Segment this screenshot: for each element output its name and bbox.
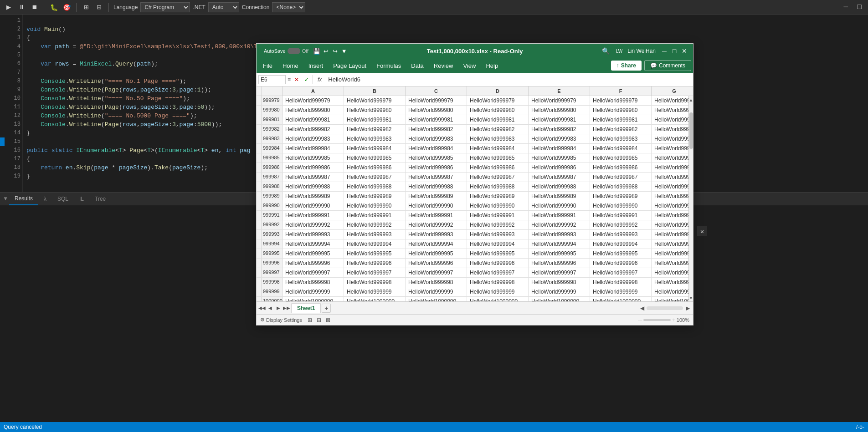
grid-cell[interactable]: HelloWorld1000000 <box>529 297 590 301</box>
grid-cell[interactable]: HelloWorld999993 <box>282 230 344 239</box>
quick-access-icon[interactable]: ▼ <box>339 46 349 56</box>
grid-cell[interactable]: HelloWorld999991 <box>590 211 652 220</box>
grid-cell[interactable]: HelloWorld999987 <box>406 173 467 182</box>
grid-cell[interactable]: HelloWorld999993 <box>406 230 467 239</box>
grid-cell[interactable]: HelloWorld999996 <box>282 259 344 268</box>
grid-cell[interactable]: HelloWorld999979 <box>406 96 467 105</box>
grid-cell[interactable]: HelloWorld999999 <box>282 287 344 296</box>
grid-cell[interactable]: HelloWorld999986 <box>282 163 344 172</box>
grid-cell[interactable]: HelloWorld999998 <box>529 278 590 287</box>
grid-cell[interactable]: HelloWorld999990 <box>406 201 467 210</box>
grid-cell[interactable]: HelloWorld999985 <box>406 153 467 163</box>
grid-cell[interactable]: HelloWorld999 <box>652 134 688 143</box>
confirm-formula-icon[interactable]: ✓ <box>303 76 311 83</box>
grid-cell[interactable]: HelloWorld999993 <box>344 230 406 239</box>
grid-cell[interactable]: HelloWorld999 <box>652 220 688 229</box>
grid-cell[interactable]: HelloWorld999994 <box>344 239 406 249</box>
grid-cell[interactable]: HelloWorld999981 <box>406 115 467 124</box>
tab-tree[interactable]: Tree <box>89 193 111 205</box>
menu-formulas[interactable]: Formulas <box>372 61 406 71</box>
grid-cell[interactable]: HelloWorld999 <box>652 182 688 191</box>
grid-cell[interactable]: HelloWorld999989 <box>282 192 344 201</box>
undo-icon[interactable]: ↩ <box>321 46 330 56</box>
grid-cell[interactable]: HelloWorld999984 <box>467 144 529 153</box>
grid-cell[interactable]: HelloWorld999983 <box>344 134 406 143</box>
grid2-button[interactable]: ⊟ <box>94 2 104 12</box>
grid-cell[interactable]: HelloWorld999982 <box>467 125 529 134</box>
col-header-c[interactable]: C <box>406 86 467 96</box>
sheet-nav-next[interactable]: ▶ <box>275 305 282 312</box>
grid-cell[interactable]: HelloWorld999979 <box>344 96 406 105</box>
zoom-minus-icon[interactable]: ─ <box>638 317 642 323</box>
menu-home[interactable]: Home <box>278 61 303 71</box>
grid-cell[interactable]: HelloWorld999980 <box>467 106 529 115</box>
grid-cell[interactable]: HelloWorld999991 <box>529 211 590 220</box>
grid-cell[interactable]: HelloWorld999981 <box>282 115 344 124</box>
grid-cell[interactable]: HelloWorld999982 <box>529 125 590 134</box>
minimize-button[interactable]: ─ <box>840 2 852 12</box>
grid-cell[interactable]: HelloWorld999 <box>652 106 688 115</box>
grid-cell[interactable]: HelloWorld999999 <box>467 287 529 296</box>
grid-cell[interactable]: HelloWorld999 <box>652 153 688 163</box>
grid-cell[interactable]: HelloWorld999981 <box>590 115 652 124</box>
grid-cell[interactable]: HelloWorld999990 <box>467 201 529 210</box>
grid-cell[interactable]: HelloWorld999 <box>652 239 688 249</box>
formula-input[interactable] <box>326 75 691 84</box>
grid-cell[interactable]: HelloWorld999996 <box>590 259 652 268</box>
grid-cell[interactable]: HelloWorld999992 <box>590 220 652 229</box>
grid-cell[interactable]: HelloWorld999996 <box>467 259 529 268</box>
grid-cell[interactable]: HelloWorld999988 <box>282 182 344 191</box>
page-break-view-button[interactable]: ⊠ <box>324 316 332 324</box>
grid-cell[interactable]: HelloWorld100 <box>652 297 688 301</box>
debug-button[interactable]: 🐛 <box>49 2 59 12</box>
grid-cell[interactable]: HelloWorld999981 <box>344 115 406 124</box>
grid-cell[interactable]: HelloWorld999991 <box>406 211 467 220</box>
grid-cell[interactable]: HelloWorld999983 <box>282 134 344 143</box>
grid-cell[interactable]: HelloWorld999988 <box>344 182 406 191</box>
grid-cell[interactable]: HelloWorld999989 <box>406 192 467 201</box>
grid-cell[interactable]: HelloWorld999979 <box>590 96 652 105</box>
menu-data[interactable]: Data <box>406 61 428 71</box>
grid-cell[interactable]: HelloWorld999 <box>652 192 688 201</box>
grid-cell[interactable]: HelloWorld999 <box>652 278 688 287</box>
menu-page-layout[interactable]: Page Layout <box>329 61 371 71</box>
grid-cell[interactable]: HelloWorld999983 <box>529 134 590 143</box>
grid-cell[interactable]: HelloWorld999980 <box>406 106 467 115</box>
grid-cell[interactable]: HelloWorld999987 <box>344 173 406 182</box>
grid-cell[interactable]: HelloWorld999995 <box>467 249 529 258</box>
grid-cell[interactable]: HelloWorld999988 <box>406 182 467 191</box>
grid-cell[interactable]: HelloWorld999998 <box>590 278 652 287</box>
grid-cell[interactable]: HelloWorld999993 <box>467 230 529 239</box>
grid-cell[interactable]: HelloWorld999 <box>652 201 688 210</box>
excel-search-icon[interactable]: 🔍 <box>601 46 610 56</box>
grid-cell[interactable]: HelloWorld999997 <box>467 268 529 277</box>
grid-cell[interactable]: HelloWorld999996 <box>344 259 406 268</box>
grid-cell[interactable]: HelloWorld999983 <box>590 134 652 143</box>
col-header-f[interactable]: F <box>590 86 652 96</box>
grid-cell[interactable]: HelloWorld999990 <box>529 201 590 210</box>
grid-cell[interactable]: HelloWorld999989 <box>590 192 652 201</box>
grid-cell[interactable]: HelloWorld999994 <box>282 239 344 249</box>
col-header-g[interactable]: G <box>652 86 693 96</box>
grid1-button[interactable]: ⊞ <box>81 2 91 12</box>
zoom-plus-icon[interactable]: + <box>672 317 675 323</box>
grid-cell[interactable]: HelloWorld999 <box>652 96 688 105</box>
grid-cell[interactable]: HelloWorld999986 <box>590 163 652 172</box>
grid-cell[interactable]: HelloWorld999999 <box>406 287 467 296</box>
zoom-slider[interactable] <box>643 319 671 321</box>
add-sheet-button[interactable]: + <box>322 304 331 313</box>
hscroll-bar[interactable] <box>647 306 683 310</box>
excel-minimize-button[interactable]: ─ <box>659 46 669 56</box>
grid-cell[interactable]: HelloWorld999981 <box>529 115 590 124</box>
autosave-toggle[interactable] <box>288 48 300 54</box>
menu-help[interactable]: Help <box>481 61 503 71</box>
grid-cell[interactable]: HelloWorld999999 <box>590 287 652 296</box>
grid-cell[interactable]: HelloWorld999988 <box>529 182 590 191</box>
grid-cell[interactable]: HelloWorld999998 <box>467 278 529 287</box>
grid-cell[interactable]: HelloWorld999990 <box>590 201 652 210</box>
grid-cell[interactable]: HelloWorld999992 <box>529 220 590 229</box>
grid-cell[interactable]: HelloWorld999991 <box>282 211 344 220</box>
grid-cell[interactable]: HelloWorld999987 <box>282 173 344 182</box>
grid-cell[interactable]: HelloWorld999994 <box>467 239 529 249</box>
excel-close-button[interactable]: ✕ <box>679 46 689 56</box>
